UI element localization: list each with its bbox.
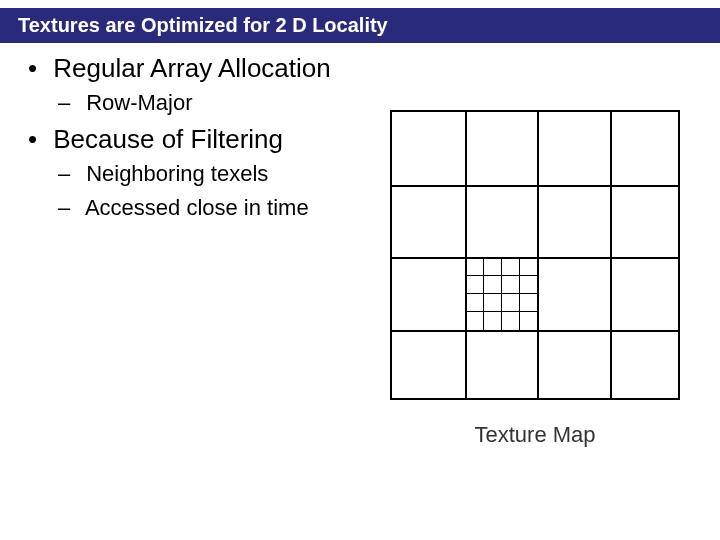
grid-box (390, 110, 680, 400)
bullet-level1: • Regular Array Allocation (28, 53, 700, 84)
bullet-dot-icon: • (28, 124, 46, 155)
bullet-dot-icon: • (28, 53, 46, 84)
bullet-dash-icon: – (58, 161, 80, 187)
bullet-text: Because of Filtering (53, 124, 283, 154)
bullet-text: Accessed close in time (85, 195, 309, 220)
bullet-text: Regular Array Allocation (53, 53, 330, 83)
texture-map-diagram: Texture Map (390, 110, 680, 448)
slide-title: Textures are Optimized for 2 D Locality (0, 8, 720, 43)
bullet-text: Row-Major (86, 90, 192, 115)
diagram-caption: Texture Map (390, 422, 680, 448)
bullet-text: Neighboring texels (86, 161, 268, 186)
bullet-dash-icon: – (58, 195, 80, 221)
bullet-dash-icon: – (58, 90, 80, 116)
